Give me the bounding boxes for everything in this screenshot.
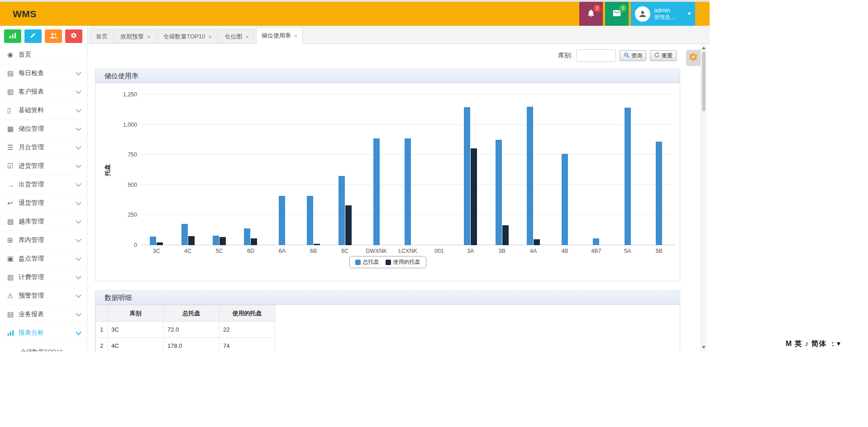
bar-group-5C bbox=[204, 95, 235, 245]
column-header: 使用的托盘 bbox=[219, 305, 275, 322]
settings-shortcut-button[interactable] bbox=[65, 29, 82, 43]
column-header: 库别 bbox=[108, 305, 164, 322]
tab-location-map[interactable]: 仓位图× bbox=[219, 29, 254, 43]
data-detail-table: 库别总托盘使用的托盘13C72.02224C178.074 bbox=[95, 305, 275, 351]
legend-item-used-pallets[interactable]: 使用的托盘 bbox=[386, 258, 420, 266]
table-cell: 2 bbox=[96, 338, 108, 352]
tab-expiry-alert[interactable]: 效期预警× bbox=[115, 29, 156, 43]
sidebar-item-basic-data[interactable]: ▯基础资料 bbox=[0, 101, 87, 120]
notifications-button[interactable]: 2 bbox=[579, 2, 603, 26]
sidebar-item-inbound[interactable]: ☑进货管理 bbox=[0, 157, 87, 176]
chevron-down-icon bbox=[76, 237, 81, 242]
sidebar-item-cross-dock[interactable]: ▧越库管理 bbox=[0, 213, 87, 231]
chart-plot-area bbox=[141, 95, 675, 245]
vertical-scrollbar[interactable] bbox=[701, 44, 706, 351]
sidebar-item-returns[interactable]: ↩退货管理 bbox=[0, 194, 87, 213]
close-icon[interactable]: × bbox=[245, 34, 249, 40]
x-tick-label: 3A bbox=[455, 248, 486, 254]
table-cell: 1 bbox=[96, 322, 108, 338]
used-pallets-bar bbox=[534, 239, 540, 245]
sidebar-item-label: 出货管理 bbox=[19, 180, 76, 189]
sidebar-item-report-analysis[interactable]: 报表分析 bbox=[0, 324, 87, 342]
sidebar-subitem-storage-top10[interactable]: 仓储数量TOP10 bbox=[0, 342, 87, 351]
close-icon[interactable]: × bbox=[147, 34, 151, 40]
data-detail-panel-header: 数据明细 bbox=[95, 291, 680, 305]
edit-shortcut-button[interactable] bbox=[24, 29, 42, 43]
warehouse-filter-input[interactable] bbox=[576, 49, 616, 62]
sidebar-item-home[interactable]: ◉首页 bbox=[0, 46, 87, 64]
reset-button[interactable]: 重置 bbox=[650, 50, 677, 61]
total-pallets-bar bbox=[464, 107, 470, 245]
used-pallets-bar bbox=[314, 244, 320, 245]
bar-group-6B bbox=[298, 95, 329, 245]
users-icon bbox=[49, 32, 57, 41]
column-header: 总托盘 bbox=[164, 305, 219, 322]
tab-storage-usage[interactable]: 储位使用率× bbox=[256, 27, 303, 44]
x-tick-label: 6D bbox=[235, 248, 266, 254]
alert-icon: ⚠ bbox=[7, 292, 19, 300]
tab-label: 仓储数量TOP10 bbox=[163, 33, 205, 41]
x-tick-label: 001 bbox=[424, 248, 455, 254]
total-pallets-bar bbox=[527, 107, 533, 245]
tab-storage-top10[interactable]: 仓储数量TOP10× bbox=[158, 29, 218, 43]
scrollbar-thumb[interactable] bbox=[702, 52, 706, 111]
business-icon: ▤ bbox=[7, 310, 19, 318]
total-pallets-bar bbox=[405, 138, 411, 245]
sidebar-item-label: 每日检查 bbox=[19, 69, 76, 77]
total-pallets-bar bbox=[150, 237, 156, 245]
table-row[interactable]: 13C72.022 bbox=[96, 322, 275, 338]
x-tick-label: 6C bbox=[329, 248, 360, 254]
report-icon: ▥ bbox=[7, 88, 19, 96]
chart-shortcut-button[interactable] bbox=[4, 29, 21, 43]
bar-chart: 托盘 02505007501,0001,250 3C4C5C6D6A6B6CDW… bbox=[95, 83, 680, 281]
sidebar-item-daily-check[interactable]: ▤每日检查 bbox=[0, 64, 87, 83]
sidebar-item-customer-report[interactable]: ▥客户报表 bbox=[0, 83, 87, 101]
x-axis-labels: 3C4C5C6D6A6B6CDWXNKLCXNK0013A3B4A4B4B75A… bbox=[141, 248, 675, 255]
user-menu[interactable]: admin 管理员... bbox=[631, 2, 695, 26]
chevron-down-icon bbox=[76, 274, 81, 280]
bar-group-LCXNK bbox=[392, 95, 423, 245]
sidebar-item-label: 退货管理 bbox=[19, 199, 76, 207]
y-tick-label: 750 bbox=[95, 151, 137, 158]
sidebar-item-billing[interactable]: ▥计费管理 bbox=[0, 268, 87, 287]
close-icon[interactable]: × bbox=[209, 34, 212, 40]
tab-home[interactable]: 首页 bbox=[91, 29, 113, 43]
chevron-down-icon bbox=[76, 162, 81, 168]
bar-group-6D bbox=[235, 95, 266, 245]
ime-toolbar[interactable]: M 英 ♪ 简体 ：▾ bbox=[786, 339, 841, 349]
sidebar-item-business-report[interactable]: ▤业务报表 bbox=[0, 305, 87, 324]
sidebar-item-in-warehouse[interactable]: ⊞库内管理 bbox=[0, 231, 87, 250]
bar-group-5B bbox=[644, 95, 675, 245]
sidebar-item-stocktake[interactable]: ▣盘点管理 bbox=[0, 250, 87, 268]
messages-button[interactable]: 0 bbox=[605, 2, 629, 26]
sidebar-item-label: 客户报表 bbox=[19, 88, 76, 96]
y-tick-label: 1,000 bbox=[95, 121, 137, 128]
sidebar-item-dock[interactable]: ☰月台管理 bbox=[0, 138, 87, 157]
settings-gear-button[interactable] bbox=[686, 50, 701, 66]
billing-icon: ▥ bbox=[7, 273, 19, 281]
chevron-down-icon bbox=[76, 199, 81, 205]
sidebar-item-alerts[interactable]: ⚠预警管理 bbox=[0, 287, 87, 305]
tab-label: 仓位图 bbox=[224, 33, 242, 41]
sidebar-item-storage-location[interactable]: ▦储位管理 bbox=[0, 120, 87, 138]
scroll-down-arrow[interactable] bbox=[701, 344, 706, 351]
tab-bar: 首页效期预警×仓储数量TOP10×仓位图×储位使用率× bbox=[87, 26, 710, 44]
sidebar-item-outbound[interactable]: →出货管理 bbox=[0, 176, 87, 194]
search-button[interactable]: 查询 bbox=[620, 50, 646, 61]
users-shortcut-button[interactable] bbox=[45, 29, 62, 43]
sidebar-item-label: 首页 bbox=[19, 51, 81, 59]
avatar bbox=[635, 6, 650, 22]
close-icon[interactable]: × bbox=[294, 33, 298, 39]
total-pallets-bar bbox=[496, 140, 502, 245]
y-tick-label: 1,250 bbox=[95, 91, 137, 98]
used-pallets-bar bbox=[251, 238, 257, 245]
tab-content: 库别: 查询 重置 bbox=[87, 44, 710, 351]
chevron-down-icon bbox=[76, 292, 81, 298]
used-pallets-bar bbox=[219, 237, 226, 245]
x-tick-label: DWXNK bbox=[361, 248, 392, 254]
table-row[interactable]: 24C178.074 bbox=[96, 338, 275, 352]
chevron-down-icon bbox=[76, 107, 81, 113]
scroll-up-arrow[interactable] bbox=[701, 45, 706, 51]
legend-item-total-pallets[interactable]: 总托盘 bbox=[355, 258, 379, 266]
sidebar-item-label: 预警管理 bbox=[19, 292, 76, 300]
